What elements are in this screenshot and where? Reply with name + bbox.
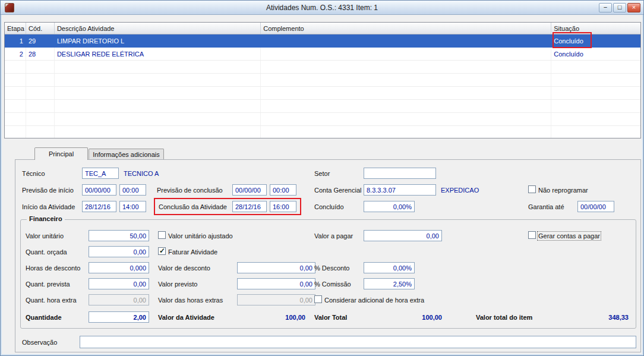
horas-desconto-field[interactable]: 0,000 — [89, 262, 149, 273]
valor-desconto-label: Valor de desconto — [158, 264, 210, 272]
cell-complemento — [261, 34, 551, 47]
quant-hora-extra-field: 0,00 — [89, 294, 149, 305]
table-row-empty[interactable] — [5, 87, 640, 100]
window-controls: − □ × — [599, 3, 640, 12]
pct-desconto-field[interactable]: 0,00% — [364, 262, 415, 273]
inicio-atividade-time-field[interactable]: 14:00 — [119, 201, 146, 212]
valor-total-label: Valor Total — [314, 314, 347, 321]
valor-unitario-label: Valor unitário — [26, 232, 64, 240]
cell-situacao: Concluído — [551, 48, 640, 60]
activities-grid: Etapa Cód. Descrição Atividade Complemen… — [4, 22, 641, 138]
grid-header: Etapa Cód. Descrição Atividade Complemen… — [5, 23, 640, 34]
garantia-ate-label: Garantia até — [528, 203, 564, 210]
observacao-field[interactable] — [80, 336, 636, 348]
previsao-conclusao-time-field[interactable]: 00:00 — [270, 184, 296, 196]
cell-complemento — [261, 48, 551, 60]
table-row-empty[interactable] — [5, 100, 640, 113]
tab-informacoes-adicionais[interactable]: Informações adicionais — [89, 149, 164, 159]
table-row[interactable]: 1 29 LIMPAR DIRETORIO L Concluído — [5, 34, 640, 48]
conta-gerencial-description: EXPEDICAO — [441, 187, 479, 194]
financeiro-legend: Financeiro — [27, 215, 65, 222]
window-title: Atividades Num. O.S.: 4331 Item: 1 — [1, 4, 643, 12]
cell-etapa: 1 — [5, 34, 26, 47]
valor-total-do-item-label: Valor total do item — [476, 314, 532, 321]
nao-reprogramar-checkbox[interactable] — [528, 185, 536, 193]
faturar-atividade-label: Faturar Atividade — [168, 248, 217, 256]
valor-da-atividade-label: Valor da Atividade — [158, 314, 214, 321]
cell-cod: 29 — [26, 34, 55, 47]
faturar-atividade-checkbox[interactable] — [158, 247, 166, 255]
valor-desconto-field[interactable]: 0,00 — [237, 262, 315, 273]
valor-total-value: 100,00 — [387, 314, 442, 321]
previsao-inicio-time-field[interactable]: 00:00 — [119, 184, 146, 196]
tab-principal[interactable]: Principal — [34, 147, 88, 160]
close-button[interactable]: × — [627, 3, 640, 12]
pct-comissao-label: % Comissão — [314, 281, 351, 288]
horas-desconto-label: Horas de desconto — [26, 264, 80, 272]
app-window: Atividades Num. O.S.: 4331 Item: 1 − □ ×… — [0, 0, 644, 356]
garantia-ate-field[interactable]: 00/00/00 — [577, 201, 614, 212]
cell-etapa: 2 — [5, 48, 26, 60]
cell-descricao: LIMPAR DIRETORIO L — [55, 34, 261, 47]
previsao-inicio-label: Previsão de início — [22, 187, 74, 194]
cell-cod: 28 — [26, 48, 55, 60]
valor-a-pagar-field[interactable]: 0,00 — [364, 230, 442, 241]
observacao-label: Observação — [22, 339, 57, 346]
valor-previsto-field[interactable]: 0,00 — [237, 278, 315, 289]
concluido-field[interactable]: 0,00% — [364, 201, 415, 212]
considerar-adicional-label: Considerar adicional de hora extra — [324, 297, 424, 304]
valor-horas-extras-label: Valor das horas extras — [158, 297, 223, 304]
column-header-situacao[interactable]: Situação — [551, 23, 640, 34]
quant-hora-extra-label: Quant. hora extra — [26, 297, 77, 304]
quant-orcada-field[interactable]: 0,00 — [89, 246, 149, 257]
column-header-descricao[interactable]: Descrição Atividade — [55, 23, 261, 34]
table-row-empty[interactable] — [5, 126, 640, 138]
conta-gerencial-field[interactable]: 8.3.3.3.07 — [364, 184, 436, 196]
setor-field[interactable] — [364, 168, 436, 179]
quant-prevista-field[interactable]: 0,00 — [89, 278, 149, 289]
setor-label: Setor — [314, 170, 330, 177]
previsao-conclusao-date-field[interactable]: 00/00/00 — [232, 184, 267, 196]
cell-descricao: DESLIGAR REDE ELÉTRICA — [55, 48, 261, 60]
considerar-adicional-checkbox[interactable] — [314, 295, 322, 303]
tecnico-field[interactable]: TEC_A — [82, 168, 119, 179]
gerar-contas-a-pagar-checkbox[interactable] — [528, 231, 536, 239]
pct-desconto-label: % Desconto — [314, 264, 349, 272]
maximize-button[interactable]: □ — [613, 3, 626, 12]
pct-comissao-field[interactable]: 2,50% — [364, 278, 415, 289]
conclusao-atividade-time-field[interactable]: 16:00 — [270, 201, 296, 212]
conclusao-atividade-label: Conclusão da Atividade — [159, 203, 227, 210]
column-header-complemento[interactable]: Complemento — [261, 23, 551, 34]
previsao-inicio-date-field[interactable]: 00/00/00 — [82, 184, 116, 196]
tecnico-description: TECNICO A — [124, 170, 159, 177]
inicio-atividade-label: Início da Atividade — [22, 203, 75, 210]
title-bar[interactable]: Atividades Num. O.S.: 4331 Item: 1 − □ × — [1, 1, 643, 15]
tecnico-label: Técnico — [22, 170, 45, 177]
table-row-empty[interactable] — [5, 61, 640, 74]
table-row-empty[interactable] — [5, 74, 640, 87]
cell-situacao: Concluído — [551, 34, 640, 47]
previsao-conclusao-label: Previsão de conclusão — [157, 187, 223, 194]
table-row[interactable]: 2 28 DESLIGAR REDE ELÉTRICA Concluído — [5, 48, 640, 61]
concluido-label: Concluído — [314, 203, 344, 210]
column-header-etapa[interactable]: Etapa — [5, 23, 26, 34]
nao-reprogramar-label: Não reprogramar — [538, 187, 588, 194]
valor-unitario-field[interactable]: 50,00 — [89, 230, 149, 241]
minimize-button[interactable]: − — [599, 3, 612, 12]
valor-horas-extras-field: 0,00 — [237, 294, 315, 305]
gerar-contas-a-pagar-label: Gerar contas a pagar — [538, 232, 600, 240]
quant-prevista-label: Quant. prevista — [26, 281, 70, 288]
conta-gerencial-label: Conta Gerencial — [314, 187, 362, 194]
valor-unitario-ajustado-checkbox[interactable] — [158, 231, 166, 239]
column-header-cod[interactable]: Cód. — [26, 23, 55, 34]
conclusao-atividade-date-field[interactable]: 28/12/16 — [232, 201, 267, 212]
valor-total-do-item-value: 348,33 — [574, 314, 629, 321]
quant-orcada-label: Quant. orçada — [26, 248, 67, 256]
valor-previsto-label: Valor previsto — [158, 281, 197, 288]
quantidade-label: Quantidade — [26, 314, 62, 321]
valor-unitario-ajustado-label: Valor unitário ajustado — [168, 232, 233, 240]
inicio-atividade-date-field[interactable]: 28/12/16 — [82, 201, 116, 212]
quantidade-field[interactable]: 2,00 — [89, 311, 149, 323]
valor-a-pagar-label: Valor a pagar — [314, 232, 353, 240]
table-row-empty[interactable] — [5, 113, 640, 126]
